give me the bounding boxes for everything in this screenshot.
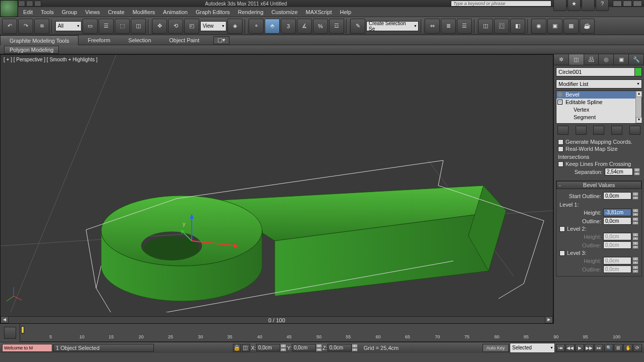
- menu-rendering[interactable]: Rendering: [234, 9, 268, 15]
- menu-maxscript[interactable]: MAXScript: [302, 9, 336, 15]
- undo-icon[interactable]: ↶: [2, 19, 17, 34]
- tab-modify-icon[interactable]: ◫: [569, 54, 584, 65]
- stack-sub-vertex[interactable]: Vertex: [556, 106, 641, 114]
- start-outline-spinner[interactable]: ▲▼: [632, 192, 638, 200]
- rendered-frame-icon[interactable]: ▣: [547, 19, 562, 34]
- window-crossing-icon[interactable]: ◫: [131, 19, 146, 34]
- tab-utilities-icon[interactable]: 🔧: [629, 54, 644, 65]
- infocenter-icon[interactable]: [553, 0, 567, 11]
- minimize-button[interactable]: [613, 1, 622, 7]
- select-object-icon[interactable]: ▭: [83, 19, 98, 34]
- visibility-icon[interactable]: [557, 92, 562, 97]
- tab-freeform[interactable]: Freeform: [78, 35, 119, 45]
- tab-display-icon[interactable]: ▣: [614, 54, 629, 65]
- mirror-icon[interactable]: ⇔: [425, 19, 440, 34]
- make-unique-icon[interactable]: [593, 126, 604, 135]
- scroll-down-icon[interactable]: ▼: [636, 117, 642, 123]
- remove-modifier-icon[interactable]: [611, 126, 622, 135]
- level3-checkbox[interactable]: Level 3:: [559, 250, 638, 256]
- menu-group[interactable]: Group: [58, 9, 82, 15]
- mini-curve-editor-icon[interactable]: [4, 327, 16, 339]
- link-icon[interactable]: ≋: [34, 19, 49, 34]
- stack-item-bevel[interactable]: Bevel: [556, 91, 641, 99]
- pan-icon[interactable]: ✋: [623, 344, 632, 352]
- show-end-result-icon[interactable]: [576, 126, 587, 135]
- y-spinner[interactable]: ▲▼: [316, 344, 322, 351]
- tab-graphite-tools[interactable]: Graphite Modeling Tools: [0, 35, 78, 45]
- prev-frame-icon[interactable]: ◀◀: [566, 344, 575, 352]
- help-search-input[interactable]: Type a keyword or phrase: [451, 1, 551, 7]
- l1-height-field[interactable]: -3,81cm: [603, 209, 631, 216]
- separation-spinner[interactable]: ▲▼: [634, 168, 640, 175]
- named-selection-combo[interactable]: Create Selection Se: [366, 21, 419, 31]
- layers-icon[interactable]: ☰: [457, 19, 472, 34]
- select-by-name-icon[interactable]: ☰: [99, 19, 114, 34]
- favorites-icon[interactable]: ★: [568, 0, 581, 11]
- stack-item-editable-spline[interactable]: −Editable Spline: [556, 99, 641, 106]
- x-spinner[interactable]: ▲▼: [280, 344, 286, 351]
- comm-center-icon[interactable]: [582, 0, 595, 11]
- tab-hierarchy-icon[interactable]: 品: [584, 54, 599, 65]
- object-color-swatch[interactable]: [634, 68, 641, 76]
- tab-motion-icon[interactable]: ◎: [599, 54, 614, 65]
- lock-selection-icon[interactable]: 🔒: [233, 344, 241, 352]
- material-editor-icon[interactable]: ◧: [510, 19, 525, 34]
- maxscript-listener[interactable]: Welcome to M: [2, 344, 52, 352]
- selection-filter-combo[interactable]: All: [55, 21, 82, 31]
- l1-outline-field[interactable]: 0,0cm: [603, 217, 631, 225]
- angle-snap-icon[interactable]: 3: [281, 19, 296, 34]
- start-outline-field[interactable]: 0,0cm: [603, 192, 631, 200]
- scale-icon[interactable]: ◰: [184, 19, 199, 34]
- level2-checkbox[interactable]: Level 2:: [559, 226, 638, 232]
- configure-sets-icon[interactable]: [629, 126, 640, 135]
- stack-scrollbar[interactable]: ▲ ▼: [635, 91, 641, 123]
- y-coord-field[interactable]: 0,0cm: [292, 344, 316, 351]
- time-scroll-left-icon[interactable]: ◀: [1, 316, 9, 323]
- key-filters-combo[interactable]: Selected: [510, 343, 555, 353]
- zoom-icon[interactable]: 🔍: [604, 344, 613, 352]
- menu-views[interactable]: Views: [81, 9, 104, 15]
- menu-modifiers[interactable]: Modifiers: [128, 9, 159, 15]
- time-ruler[interactable]: 5101520253035404550556065707580859095100: [20, 324, 644, 342]
- modifier-list-combo[interactable]: Modifier List: [556, 79, 642, 88]
- rollout-title-bevel[interactable]: -Bevel Values: [556, 181, 641, 189]
- object-name-field[interactable]: Circle001: [556, 67, 642, 76]
- ref-coord-combo[interactable]: View: [200, 21, 226, 31]
- zoom-all-icon[interactable]: ⊞: [614, 344, 623, 352]
- spinner-snap-icon[interactable]: %: [313, 19, 328, 34]
- time-scroll-right-icon[interactable]: ▶: [545, 316, 553, 323]
- menu-customize[interactable]: Customize: [268, 9, 302, 15]
- z-coord-field[interactable]: 0,0cm: [328, 344, 352, 351]
- generate-mapping-checkbox[interactable]: Generate Mapping Coords.: [558, 139, 640, 145]
- l1-height-spinner[interactable]: ▲▼: [632, 209, 638, 216]
- tab-selection[interactable]: Selection: [119, 35, 160, 45]
- menu-create[interactable]: Create: [104, 9, 128, 15]
- snap-toggle-icon[interactable]: ⬘: [265, 19, 280, 34]
- move-icon[interactable]: ✥: [152, 19, 167, 34]
- modifier-stack[interactable]: Bevel −Editable Spline Vertex Segment ▲ …: [556, 90, 642, 124]
- keyboard-shortcut-icon[interactable]: ✎: [350, 19, 365, 34]
- menu-animation[interactable]: Animation: [159, 9, 192, 15]
- render-icon[interactable]: ☕: [580, 19, 595, 34]
- render-setup-icon[interactable]: ◉: [531, 19, 546, 34]
- goto-start-icon[interactable]: ⏮: [556, 344, 565, 352]
- x-coord-field[interactable]: 0,0cm: [256, 344, 280, 351]
- viewport-perspective[interactable]: [ + ] [ Perspective ] [ Smooth + Highlig…: [0, 54, 553, 324]
- rotate-icon[interactable]: ⟲: [168, 19, 183, 34]
- expand-icon[interactable]: −: [557, 100, 562, 105]
- edit-named-sel-icon[interactable]: ☲: [329, 19, 344, 34]
- qat-redo-icon[interactable]: [34, 1, 41, 7]
- menu-tools[interactable]: Tools: [37, 9, 58, 15]
- z-spinner[interactable]: ▲▼: [352, 344, 358, 351]
- pin-stack-icon[interactable]: [557, 126, 569, 135]
- goto-end-icon[interactable]: ⏭: [594, 344, 603, 352]
- panel-polygon-modeling[interactable]: Polygon Modeling: [4, 46, 59, 54]
- keyframe-marker[interactable]: [21, 326, 24, 333]
- qat-undo-icon[interactable]: [26, 1, 33, 7]
- keep-lines-checkbox[interactable]: Keep Lines From Crossing: [558, 161, 640, 167]
- menu-edit[interactable]: Edit: [19, 9, 37, 15]
- align-icon[interactable]: ≣: [441, 19, 456, 34]
- percent-snap-icon[interactable]: ∡: [297, 19, 312, 34]
- select-region-icon[interactable]: ⬚: [115, 19, 130, 34]
- maximize-button[interactable]: [623, 1, 632, 7]
